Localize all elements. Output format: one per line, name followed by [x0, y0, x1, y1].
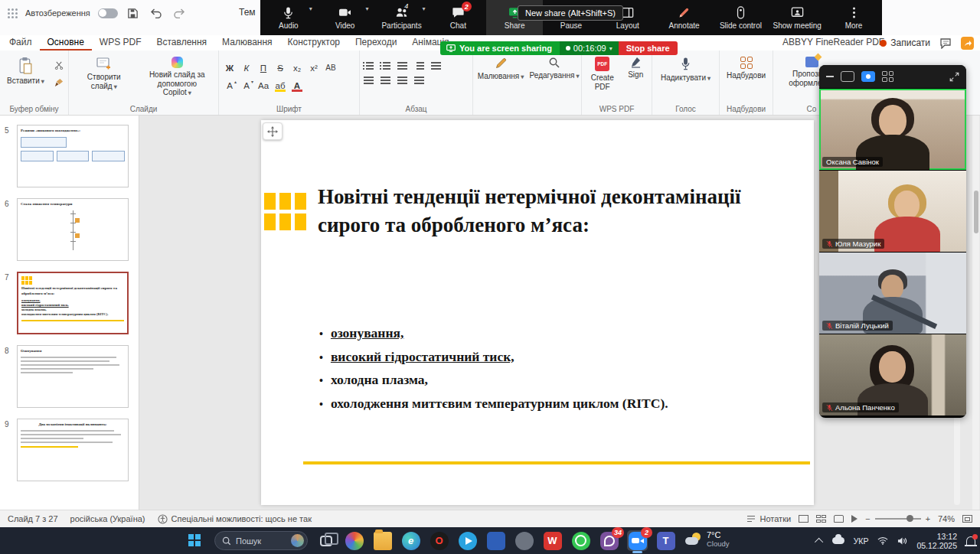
comments-button[interactable]: [939, 37, 952, 49]
notes-button[interactable]: Нотатки: [746, 514, 791, 523]
participant-video-4[interactable]: Альона Панченко: [819, 334, 966, 416]
underline-button[interactable]: П: [256, 60, 271, 75]
sign-button[interactable]: Sign: [622, 54, 648, 103]
speaker-view-button[interactable]: [841, 71, 854, 82]
addins-button[interactable]: Надбудови: [723, 54, 769, 83]
zoom-audio-button[interactable]: Audio: [260, 0, 317, 35]
save-button[interactable]: [126, 6, 141, 20]
autosave-toggle[interactable]: [98, 8, 118, 18]
drawing-menu-button[interactable]: Малювання: [476, 54, 525, 103]
taskbar-clock[interactable]: 13:12 05.12.2025: [916, 532, 957, 550]
align-right-button[interactable]: [397, 75, 408, 83]
taskbar-app-opera[interactable]: O: [429, 530, 449, 551]
taskbar-app-photos[interactable]: [344, 530, 364, 551]
italic-button[interactable]: К: [239, 60, 254, 75]
wifi-icon[interactable]: [877, 536, 888, 545]
slide-thumbnail-9[interactable]: 9 Два механізми інактивації включають:: [0, 419, 139, 481]
slide-sorter-view-button[interactable]: [816, 515, 826, 523]
zoom-more-button[interactable]: More: [825, 0, 882, 35]
zoom-annotate-button[interactable]: Annotate: [656, 0, 713, 35]
tab-draw[interactable]: Малювання: [214, 35, 279, 51]
zoom-video-button[interactable]: Video: [317, 0, 374, 35]
change-case-button[interactable]: Аа: [256, 78, 271, 93]
slideshow-button[interactable]: [851, 515, 858, 523]
reading-view-button[interactable]: [834, 515, 844, 523]
taskbar-app-gray[interactable]: [514, 530, 534, 551]
character-spacing-button[interactable]: АВ: [323, 60, 338, 75]
decrease-indent-button[interactable]: [397, 60, 408, 69]
grow-font-button[interactable]: А: [222, 78, 237, 93]
slide-thumbnail-6[interactable]: 6 Стала зниження температури: [0, 198, 139, 261]
accessibility-status[interactable]: Спеціальні можливості: щось не так: [158, 514, 312, 524]
zoom-participants-button[interactable]: 4 Participants: [374, 0, 430, 35]
zoom-show-meeting-button[interactable]: Show meeting: [769, 0, 825, 35]
expand-panel-button[interactable]: [949, 72, 959, 82]
slide-thumbnail-7-selected[interactable]: 7 Новітні тенденції нетермічної деконтам…: [0, 272, 139, 334]
zoom-slide-control-button[interactable]: Slide control: [713, 0, 769, 35]
bold-button[interactable]: Ж: [222, 60, 237, 75]
volume-icon[interactable]: [897, 536, 907, 546]
hidden-icons-chevron[interactable]: [815, 537, 823, 546]
onedrive-icon[interactable]: [832, 537, 844, 544]
justify-button[interactable]: [413, 75, 425, 83]
cut-button[interactable]: [51, 57, 67, 72]
paste-button[interactable]: Вставити: [3, 54, 48, 103]
font-color-button[interactable]: А: [289, 78, 305, 93]
zoom-chat-button[interactable]: 2 Chat: [430, 0, 486, 35]
tab-file[interactable]: Файл: [2, 35, 40, 51]
taskbar-app-teams[interactable]: T: [655, 530, 676, 551]
slide-title[interactable]: Новітні тенденції нетермічної деконтамін…: [318, 183, 802, 240]
tab-home[interactable]: Основне: [40, 35, 92, 51]
create-pdf-button[interactable]: PDF Create PDF: [585, 54, 619, 103]
taskbar-app-edge[interactable]: e: [400, 530, 421, 551]
slide-thumbnail-5[interactable]: 5 Режими «шокового охолодження»:: [0, 125, 139, 187]
zoom-slider[interactable]: [875, 518, 921, 520]
slide-counter[interactable]: Слайд 7 з 27: [8, 514, 58, 523]
participant-video-1[interactable]: Оксана Савінок: [819, 89, 966, 170]
slide[interactable]: Новітні тенденції нетермічної деконтамін…: [261, 120, 814, 505]
language-indicator[interactable]: російська (Україна): [70, 514, 145, 523]
taskbar-app-whatsapp[interactable]: [570, 530, 591, 551]
shrink-font-button[interactable]: А: [239, 78, 254, 93]
window-scrollbar[interactable]: [972, 116, 979, 510]
start-button[interactable]: [188, 534, 201, 546]
taskbar-app-file-explorer[interactable]: [372, 530, 393, 551]
redo-button[interactable]: [172, 6, 187, 20]
record-button[interactable]: Записати: [880, 37, 930, 48]
share-button[interactable]: [961, 37, 974, 50]
taskbar-app-task-view[interactable]: [315, 530, 336, 551]
minimize-panel-button[interactable]: [826, 76, 834, 77]
dictate-button[interactable]: Надиктувати: [655, 54, 716, 86]
align-left-button[interactable]: [363, 75, 374, 83]
app-menu-icon[interactable]: [8, 8, 18, 18]
subscript-button[interactable]: x₂: [289, 60, 305, 75]
new-slide-button[interactable]: Створити слайд: [72, 54, 136, 103]
taskbar-weather[interactable]: 7°C Cloudy: [685, 530, 730, 548]
copilot-new-slide-button[interactable]: Новий слайд за допомогою Copilot: [139, 54, 215, 103]
superscript-button[interactable]: x²: [306, 60, 322, 75]
tab-insert[interactable]: Вставлення: [149, 35, 215, 51]
slide-bullet-list[interactable]: озонування, високий гідростатичний тиск,…: [319, 322, 668, 416]
participant-video-3[interactable]: Віталій Луцький: [819, 253, 966, 334]
editing-menu-button[interactable]: Редагування: [528, 54, 580, 103]
tab-wps-pdf[interactable]: WPS PDF: [92, 35, 149, 51]
taskbar-app-w[interactable]: W: [542, 530, 563, 551]
numbered-list-button[interactable]: [380, 60, 391, 69]
language-switcher[interactable]: УКР: [854, 536, 869, 546]
taskbar-app-telegram[interactable]: [457, 530, 478, 551]
tab-design[interactable]: Конструктор: [280, 35, 348, 51]
taskbar-search-input[interactable]: Пошук: [214, 531, 308, 550]
float-pointer-tool[interactable]: [263, 122, 283, 140]
zoom-slider-knob[interactable]: [906, 515, 913, 522]
fit-to-window-button[interactable]: [962, 515, 972, 523]
sharing-timer[interactable]: 00:16:09: [560, 41, 619, 55]
increase-indent-button[interactable]: [413, 60, 425, 69]
grid-view-button[interactable]: [882, 71, 893, 82]
tab-transitions[interactable]: Переходи: [348, 35, 404, 51]
line-spacing-button[interactable]: [430, 60, 442, 69]
gallery-view-button[interactable]: [861, 71, 875, 82]
taskbar-app-viber[interactable]: 34: [599, 530, 619, 551]
undo-button[interactable]: [149, 6, 164, 20]
taskbar-app-blue[interactable]: [485, 530, 506, 551]
normal-view-button[interactable]: [799, 515, 808, 523]
